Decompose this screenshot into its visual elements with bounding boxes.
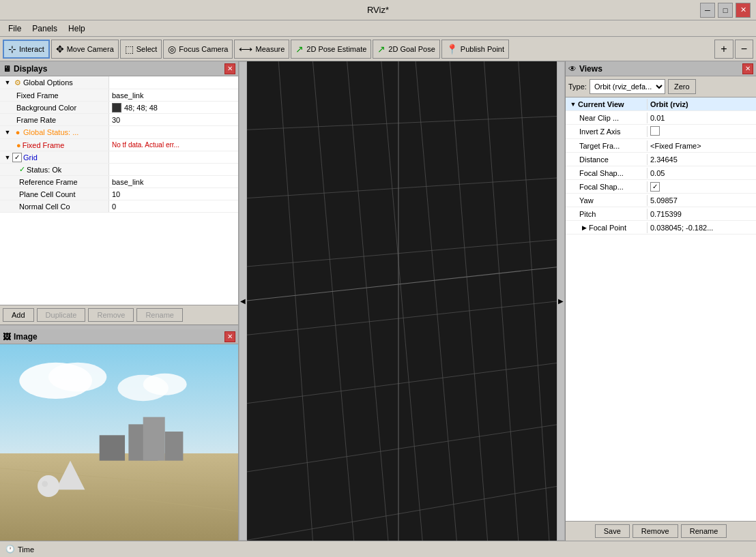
- publish-point-label: Publish Point: [461, 45, 504, 53]
- move-camera-button[interactable]: ✥ Move Camera: [51, 40, 119, 59]
- menu-panels[interactable]: Panels: [27, 22, 63, 35]
- focal-shape2-checkbox[interactable]: ✓: [650, 182, 660, 192]
- yaw-name: Yaw: [566, 195, 648, 206]
- publish-point-button[interactable]: 📍 Publish Point: [441, 40, 509, 59]
- close-button[interactable]: ✕: [736, 3, 751, 18]
- focal-point-row: ▶ Focal Point 0.038045; -0.182...: [566, 221, 756, 235]
- move-camera-label: Move Camera: [67, 45, 114, 53]
- 3d-viewport[interactable]: [247, 61, 557, 541]
- fixed-frame-row: Fixed Frame base_link: [0, 89, 238, 102]
- grid-checkbox[interactable]: ✓: [12, 153, 22, 162]
- duplicate-button[interactable]: Duplicate: [37, 308, 86, 322]
- select-button[interactable]: ⬚ Select: [120, 40, 162, 59]
- pitch-value[interactable]: 0.715399: [648, 209, 756, 220]
- focal-point-label: Focal Point: [589, 224, 626, 232]
- fixed-frame-value[interactable]: base_link: [109, 89, 238, 101]
- rename-button[interactable]: Rename: [136, 308, 183, 322]
- displays-buttons: Add Duplicate Remove Rename: [0, 305, 238, 325]
- near-clip-row: Near Clip ... 0.01: [566, 111, 756, 125]
- frame-rate-row: Frame Rate 30: [0, 114, 238, 126]
- views-zero-button[interactable]: Zero: [668, 79, 696, 94]
- focal-point-expand[interactable]: ▶: [579, 224, 589, 231]
- svg-point-13: [38, 475, 59, 497]
- grid-expand[interactable]: ▼: [3, 153, 12, 162]
- status-ok-name: ✓ Status: Ok: [0, 164, 109, 175]
- global-options-expand[interactable]: ▼: [3, 78, 12, 87]
- svg-point-2: [48, 363, 106, 392]
- target-frame-value[interactable]: <Fixed Frame>: [648, 140, 756, 151]
- views-save-button[interactable]: Save: [595, 524, 630, 538]
- views-close-button[interactable]: ✕: [742, 63, 753, 74]
- menu-help[interactable]: Help: [63, 22, 91, 35]
- menubar: File Panels Help: [0, 20, 756, 37]
- distance-value[interactable]: 2.34645: [648, 154, 756, 165]
- background-color-value[interactable]: 48; 48; 48: [109, 102, 238, 113]
- normal-cell-value[interactable]: 0: [109, 200, 238, 212]
- remove-panel-button[interactable]: −: [735, 40, 753, 59]
- yaw-row: Yaw 5.09857: [566, 194, 756, 207]
- views-rename-button[interactable]: Rename: [681, 524, 727, 538]
- focal-shape1-name: Focal Shap...: [566, 168, 648, 179]
- interact-button[interactable]: ⊹ Interact: [3, 40, 50, 59]
- global-status-expand[interactable]: ▼: [3, 127, 12, 137]
- focal-shape2-label: Focal Shap...: [579, 183, 624, 191]
- views-type-select[interactable]: Orbit (rviz_defa...: [590, 79, 665, 94]
- focus-camera-button[interactable]: ◎ Focus Camera: [163, 40, 233, 59]
- move-camera-icon: ✥: [56, 44, 64, 55]
- 2d-goal-label: 2D Goal Pose: [388, 45, 435, 53]
- image-header: 🖼 Image ✕: [0, 329, 238, 344]
- focal-point-value[interactable]: 0.038045; -0.182...: [648, 222, 756, 233]
- current-view-label: ▼ Current View: [566, 99, 648, 110]
- current-view-type: Orbit (rviz): [648, 99, 756, 110]
- displays-close-button[interactable]: ✕: [224, 63, 235, 74]
- normal-cell-row: Normal Cell Co 0: [0, 200, 238, 213]
- add-panel-button[interactable]: +: [714, 40, 733, 59]
- svg-rect-9: [143, 417, 165, 461]
- views-buttons: Save Remove Rename: [566, 521, 756, 541]
- yaw-label: Yaw: [579, 196, 594, 205]
- frame-rate-name: Frame Rate: [0, 114, 109, 125]
- current-view-expand[interactable]: ▼: [568, 101, 578, 108]
- reference-frame-value[interactable]: base_link: [109, 176, 238, 187]
- yaw-value[interactable]: 5.09857: [648, 195, 756, 206]
- scene-svg: [0, 344, 238, 541]
- image-close-button[interactable]: ✕: [224, 331, 235, 342]
- 2d-pose-button[interactable]: ↗ 2D Pose Estimate: [291, 40, 371, 59]
- views-panel: 👁 Views ✕ Type: Orbit (rviz_defa... Zero…: [565, 61, 756, 541]
- right-resize-handle[interactable]: ▶: [557, 61, 565, 541]
- near-clip-value[interactable]: 0.01: [648, 112, 756, 123]
- invert-z-checkbox[interactable]: [650, 126, 660, 136]
- window-title: RViz*: [367, 5, 389, 15]
- image-panel: 🖼 Image ✕: [0, 329, 238, 541]
- select-icon: ⬚: [125, 44, 134, 55]
- invert-z-name: Invert Z Axis: [566, 126, 648, 137]
- plane-cell-count-value[interactable]: 10: [109, 188, 238, 200]
- reference-frame-val: base_link: [112, 178, 143, 186]
- status-ok-label: Status: Ok: [27, 166, 61, 174]
- 2d-goal-button[interactable]: ↗ 2D Goal Pose: [373, 40, 439, 59]
- focal-shape1-label: Focal Shap...: [579, 169, 624, 177]
- image-title: 🖼 Image: [3, 332, 38, 342]
- minimize-button[interactable]: ─: [700, 3, 715, 18]
- frame-rate-val: 30: [112, 116, 120, 124]
- views-remove-button[interactable]: Remove: [633, 524, 678, 538]
- add-button[interactable]: Add: [3, 308, 34, 322]
- window-controls: ─ □ ✕: [700, 3, 751, 18]
- titlebar: RViz* ─ □ ✕: [0, 0, 756, 20]
- left-resize-handle[interactable]: ◀: [239, 61, 247, 541]
- global-options-icon: ⚙: [12, 77, 23, 88]
- remove-button[interactable]: Remove: [88, 308, 134, 322]
- frame-rate-value[interactable]: 30: [109, 114, 238, 125]
- focal-shape2-value[interactable]: ✓: [648, 181, 756, 193]
- invert-z-value[interactable]: [648, 125, 756, 138]
- statusbar-label: Time: [18, 545, 34, 554]
- measure-button[interactable]: ⟷ Measure: [234, 40, 289, 59]
- plane-cell-count-label: Plane Cell Count: [19, 190, 76, 198]
- menu-file[interactable]: File: [3, 22, 27, 35]
- pitch-name: Pitch: [566, 209, 648, 220]
- 2d-pose-icon: ↗: [295, 44, 304, 55]
- maximize-button[interactable]: □: [718, 3, 733, 18]
- focal-shape1-value[interactable]: 0.05: [648, 168, 756, 179]
- grid-value: [109, 151, 238, 163]
- views-type-label: Type:: [568, 82, 587, 91]
